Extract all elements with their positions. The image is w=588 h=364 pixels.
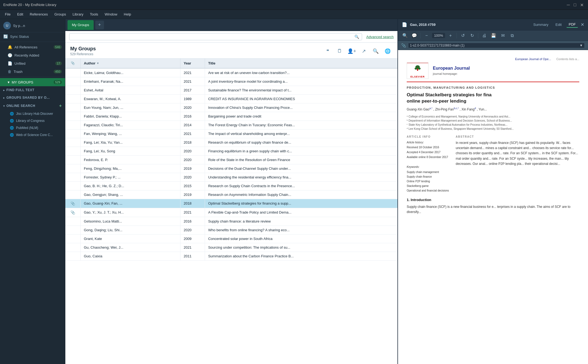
table-row[interactable]: Eicke, Laima; Goldthau... 2021 Are we at… xyxy=(65,69,397,77)
menu-tools[interactable]: Tools xyxy=(87,11,101,17)
table-row[interactable]: Gao, B. H.; He, G. Z.; D... 2015 Researc… xyxy=(65,182,397,190)
table-row[interactable]: Fan, Wenping; Wang, ... 2021 The impact … xyxy=(65,129,397,138)
row-year: 2011 xyxy=(180,252,205,260)
window-controls[interactable]: ─ □ ✕ xyxy=(567,2,584,7)
pdf-save-btn[interactable]: 💾 xyxy=(490,32,497,39)
sidebar-item-unfiled[interactable]: 📄 Unfiled 17 xyxy=(0,59,65,67)
table-row[interactable]: Fagarazzi, Claudio; Tiri... 2014 The For… xyxy=(65,121,397,129)
sidebar-item-my-groups[interactable]: ▾ MY GROUPS 529 xyxy=(0,78,65,86)
menu-edit[interactable]: Edit xyxy=(14,11,26,17)
row-author: Gu, Chaocheng; Wei, J... xyxy=(81,243,180,252)
sidebar-item-jisc[interactable]: 🌐 Jisc Library Hub Discover xyxy=(0,110,65,117)
my-groups-label: MY GROUPS xyxy=(12,80,33,84)
abstract-title: ABSTRACT xyxy=(456,135,579,139)
minimize-btn[interactable]: ─ xyxy=(567,2,570,7)
row-year: 2017 xyxy=(180,86,205,94)
add-user-btn[interactable]: 👤+ xyxy=(347,46,357,56)
table-row[interactable]: Fedorova, E. P. 2020 Role of the State i… xyxy=(65,156,397,164)
close-btn[interactable]: ✕ xyxy=(580,2,584,7)
pdf-tab-edit[interactable]: Edit xyxy=(553,22,564,27)
row-title: A joint inventory-finance model for coor… xyxy=(205,77,397,86)
row-author: Fedorova, E. P. xyxy=(81,156,180,164)
search-lib-btn[interactable]: 🔍 xyxy=(371,46,381,56)
row-title: Bargaining power and trade credit xyxy=(205,112,397,121)
tab-my-groups-label: My Groups xyxy=(72,23,89,27)
menu-window[interactable]: Window xyxy=(102,11,120,17)
table-row[interactable]: Fang, Lei; Xia, Yu; Yan... 2018 Research… xyxy=(65,138,397,147)
table-row[interactable]: Emtehani, Faranak; Na... 2021 A joint in… xyxy=(65,77,397,86)
table-row[interactable]: Guo, Caixia 2011 Summarization about the… xyxy=(65,252,397,261)
pdf-external-btn[interactable]: ⧉ xyxy=(508,32,516,39)
table-row[interactable]: Gelsomino, Luca Matti... 2016 Supply cha… xyxy=(65,217,397,226)
table-row[interactable]: Grant, Kate 2009 Concentrated solar powe… xyxy=(65,235,397,243)
table-row[interactable]: Eswaran, M.; Kotwal, A. 1989 CREDIT AS I… xyxy=(65,95,397,103)
row-attach xyxy=(65,86,81,94)
sidebar-item-recently-added[interactable]: 🕐 Recently Added xyxy=(0,51,65,59)
sidebar-groups-shared[interactable]: ▸ GROUPS SHARED BY O... xyxy=(0,94,65,101)
add-online-source-icon[interactable]: + xyxy=(59,103,62,108)
sidebar-item-pubmed[interactable]: 🌐 PubMed (NLM) xyxy=(0,124,65,131)
sidebar-item-web-of-science[interactable]: 🌐 Web of Science Core C... xyxy=(0,131,65,138)
add-reference-btn[interactable]: 🗒 xyxy=(335,46,345,56)
pdf-rotate-right-btn[interactable]: ↻ xyxy=(468,32,476,39)
sidebar-online-search[interactable]: ▾ ONLINE SEARCH + xyxy=(0,101,65,110)
table-row[interactable]: Eshet, Avital 2017 Sustainable finance? … xyxy=(65,86,397,95)
col-year-header[interactable]: Year xyxy=(180,58,205,68)
sidebar-item-trash[interactable]: 🗑 Trash 450 xyxy=(0,67,65,76)
table-row[interactable]: Gong, Daqing; Liu, Shi... 2020 Who benef… xyxy=(65,226,397,235)
search-input[interactable] xyxy=(72,35,353,39)
table-row[interactable]: Eun-Young, Nam; Jun, ... 2020 Innovation… xyxy=(65,103,397,112)
row-attach xyxy=(65,77,81,86)
maximize-btn[interactable]: □ xyxy=(574,2,576,7)
groups-header-actions: ❝ 🗒 👤+ ↗ 🔍 🌐 xyxy=(323,46,393,56)
pdf-tab-pdf[interactable]: PDF xyxy=(566,21,578,28)
table-row[interactable]: Gu, Chaocheng; Wei, J... 2021 Sourcing u… xyxy=(65,243,397,252)
pdf-print-btn[interactable]: 🖨 xyxy=(480,32,488,39)
table-row[interactable]: 📎 Gao, Guang-Xin; Fan, ... 2018 Optimal … xyxy=(65,199,397,208)
menu-references[interactable]: References xyxy=(27,11,50,17)
menu-file[interactable]: File xyxy=(2,11,13,17)
groups-ref-count: 529 References xyxy=(70,52,96,56)
main-layout: U Sy p...n 🔄 Sync Status 🔔 All Reference… xyxy=(0,19,588,364)
pdf-doc-icon: 📄 xyxy=(402,22,407,27)
quote-icon-btn[interactable]: ❝ xyxy=(323,46,333,56)
pdf-chat-btn[interactable]: 💬 xyxy=(411,32,418,39)
row-year: 2020 xyxy=(180,103,205,112)
advanced-search-link[interactable]: Advanced search xyxy=(366,35,394,39)
col-author-header[interactable]: Author ▼ xyxy=(81,58,180,68)
pdf-email-btn[interactable]: ✉ xyxy=(499,32,507,39)
table-row[interactable]: Feng, Dingzhong; Ma,... 2019 Decisions o… xyxy=(65,164,397,173)
menu-groups[interactable]: Groups xyxy=(52,11,69,17)
table-row[interactable]: Fang, Lei; Xu, Song 2020 Financing equil… xyxy=(65,147,397,156)
globe-action-btn[interactable]: 🌐 xyxy=(383,46,393,56)
menu-help[interactable]: Help xyxy=(121,11,134,17)
pdf-zoom-in-btn[interactable]: + xyxy=(447,32,454,39)
avatar: U xyxy=(3,22,11,29)
pdf-file-selector[interactable]: 1-s2.0-S0377221717310883-main (1) ▼ xyxy=(408,43,585,48)
pdf-search-btn[interactable]: 🔍 xyxy=(401,32,409,39)
chevron-down-icon: ▾ xyxy=(8,80,10,84)
table-row[interactable]: Gao, Gengjun; Shang, ... 2019 Research o… xyxy=(65,190,397,199)
menu-library[interactable]: Library xyxy=(70,11,86,17)
table-row[interactable]: Forrester, Sydney P.; ... 2020 Understan… xyxy=(65,173,397,182)
pdf-tab-summary[interactable]: Summary xyxy=(531,22,551,27)
pdf-rotate-left-btn[interactable]: ↺ xyxy=(459,32,467,39)
keyword-2: Supply chain finance xyxy=(407,174,450,179)
sidebar-item-all-references[interactable]: 🔔 All References 546 xyxy=(0,43,65,51)
table-row[interactable]: 📎 Gao, Y.; Xu, J. T.; Xu, H... 2021 A Fl… xyxy=(65,208,397,217)
pdf-content[interactable]: European Journal of Ope... Contents list… xyxy=(398,50,588,364)
share-btn[interactable]: ↗ xyxy=(359,46,369,56)
row-title: Decisions of the Dual-Channel Supply Cha… xyxy=(205,164,397,173)
pdf-close-button[interactable]: ✕ xyxy=(581,22,584,27)
sidebar-item-library-of-congress[interactable]: 🌐 Library of Congress xyxy=(0,117,65,124)
col-title-header[interactable]: Title xyxy=(205,58,397,68)
article-available: Available online 8 December 2017 xyxy=(407,155,450,159)
journal-top-link[interactable]: European Journal of Ope... xyxy=(515,57,551,61)
sidebar-item-sync[interactable]: 🔄 Sync Status xyxy=(0,32,65,41)
tab-my-groups[interactable]: My Groups xyxy=(68,20,94,30)
pdf-zoom-out-btn[interactable]: − xyxy=(423,32,430,39)
sidebar-find-full-text[interactable]: ▸ FIND FULL TEXT xyxy=(0,86,65,94)
row-year: 2021 xyxy=(180,243,205,252)
tab-add-button[interactable]: + xyxy=(95,21,104,29)
table-row[interactable]: Fabbri, Daniela; Klapp... 2016 Bargainin… xyxy=(65,112,397,121)
